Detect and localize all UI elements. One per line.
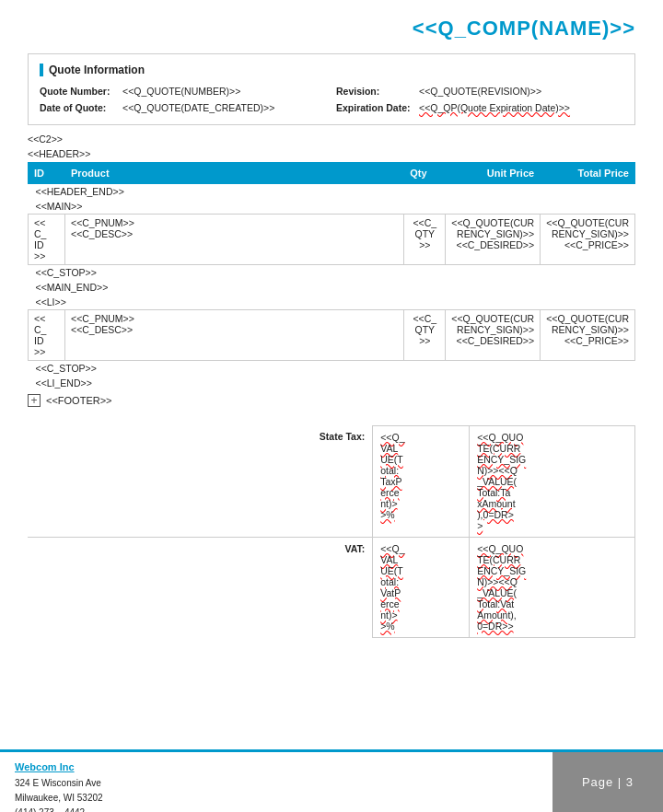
date-row: Date of Quote: <<Q_QUOTE(DATE_CREATED)>> bbox=[40, 102, 327, 113]
footer-left: Webcom Inc 324 E Wisconsin Ave Milwaukee… bbox=[0, 752, 552, 812]
col-unit-price: Unit Price bbox=[446, 162, 541, 183]
li-end-code: <<LI_END>> bbox=[29, 376, 635, 390]
quote-number-value: <<Q_QUOTE(NUMBER)>> bbox=[122, 86, 240, 97]
main-end-row: <<MAIN_END>> bbox=[29, 280, 635, 295]
row1-desc: <<C_DESC>> bbox=[71, 228, 398, 239]
table-row: << C_ ID >> <<C_PNUM>> <<C_DESC>> <<C_ Q… bbox=[29, 214, 635, 264]
section-title: Quote Information bbox=[40, 64, 623, 76]
row2-unit-price: <<Q_QUOTE(CUR RENCY_SIGN)>> <<C_DESIRED>… bbox=[446, 309, 541, 360]
footer-address2: Milwaukee, WI 53202 bbox=[15, 791, 538, 806]
expiration-row: Expiration Date: <<Q_QP(Quote Expiration… bbox=[336, 102, 623, 113]
vat-row: VAT: <<Q_ VAL UE(T otal: VatP erce nt)> … bbox=[28, 537, 635, 637]
header-end-row: <<HEADER_END>> bbox=[29, 183, 635, 199]
row1-qty: <<C_ QTY >> bbox=[404, 214, 446, 264]
row2-id: << C_ ID >> bbox=[29, 309, 65, 360]
page-header: <<Q_COMP(NAME)>> bbox=[0, 0, 663, 46]
state-tax-row: State Tax: <<Q_ VAL UE(T otal: TaxP erce… bbox=[28, 425, 635, 537]
date-label: Date of Quote: bbox=[40, 102, 122, 113]
li-end-row: <<LI_END>> bbox=[29, 376, 635, 390]
main-code-row: <<MAIN>> bbox=[29, 199, 635, 215]
col-id: ID bbox=[29, 162, 65, 183]
footer-address1: 324 E Wisconsin Ave bbox=[15, 776, 538, 791]
revision-value: <<Q_QUOTE(REVISION)>> bbox=[419, 86, 541, 97]
row2-pnum: <<C_PNUM>> bbox=[71, 313, 398, 324]
c-stop-code-1: <<C_STOP>> bbox=[29, 264, 635, 280]
footer-page-number: Page | 3 bbox=[552, 752, 663, 812]
state-tax-amount: <<Q_QUO TE(CURR ENCY_SIG N)>><<Q _VALUE(… bbox=[470, 425, 635, 537]
li-row: <<LI>> bbox=[29, 295, 635, 310]
revision-label: Revision: bbox=[336, 86, 419, 97]
vat-amount: <<Q_QUO TE(CURR ENCY_SIG N)>><<Q _VALUE(… bbox=[470, 537, 635, 637]
main-end-code: <<MAIN_END>> bbox=[29, 280, 635, 295]
header-end-code: <<HEADER_END>> bbox=[29, 183, 635, 199]
tax-vat-table: State Tax: <<Q_ VAL UE(T otal: TaxP erce… bbox=[28, 425, 635, 638]
quote-number-label: Quote Number: bbox=[40, 86, 122, 97]
quote-number-row: Quote Number: <<Q_QUOTE(NUMBER)>> bbox=[40, 86, 327, 97]
state-tax-percent: <<Q_ VAL UE(T otal: TaxP erce nt)> >% bbox=[373, 425, 470, 537]
table-row: << C_ ID >> <<C_PNUM>> <<C_DESC>> <<C_ Q… bbox=[29, 309, 635, 360]
row2-total-price: <<Q_QUOTE(CUR RENCY_SIGN)>> <<C_PRICE>> bbox=[541, 309, 635, 360]
date-value: <<Q_QUOTE(DATE_CREATED)>> bbox=[122, 102, 274, 113]
row1-pnum: <<C_PNUM>> bbox=[71, 217, 398, 228]
footer-phone: (414) 273 – 4442 bbox=[15, 806, 538, 812]
c-stop-row-2: <<C_STOP>> bbox=[29, 360, 635, 376]
li-code: <<LI>> bbox=[29, 295, 635, 310]
products-table: ID Product Qty Unit Price Total Price <<… bbox=[28, 162, 635, 390]
vat-label: VAT: bbox=[28, 537, 373, 637]
add-row-area: + <<FOOTER>> bbox=[0, 390, 663, 411]
revision-row: Revision: <<Q_QUOTE(REVISION)>> bbox=[336, 86, 623, 97]
page-footer: Webcom Inc 324 E Wisconsin Ave Milwaukee… bbox=[0, 749, 663, 812]
row2-qty: <<C_ QTY >> bbox=[404, 309, 446, 360]
footer-company: Webcom Inc bbox=[15, 760, 538, 776]
vat-percent: <<Q_ VAL UE(T otal: VatP erce nt)> >% bbox=[373, 537, 470, 637]
expiration-label: Expiration Date: bbox=[336, 102, 419, 113]
page-label: Page | 3 bbox=[582, 775, 634, 789]
row2-desc: <<C_DESC>> bbox=[71, 324, 398, 335]
state-tax-label: State Tax: bbox=[28, 425, 373, 537]
quote-information-section: Quote Information Quote Number: <<Q_QUOT… bbox=[28, 53, 635, 125]
main-code: <<MAIN>> bbox=[29, 199, 635, 215]
col-product: Product bbox=[65, 162, 404, 183]
row1-product: <<C_PNUM>> <<C_DESC>> bbox=[65, 214, 404, 264]
c-stop-code-2: <<C_STOP>> bbox=[29, 360, 635, 376]
c2-code: <<C2>> bbox=[28, 133, 635, 147]
col-total-price: Total Price bbox=[541, 162, 635, 183]
row2-product: <<C_PNUM>> <<C_DESC>> bbox=[65, 309, 404, 360]
c-stop-row-1: <<C_STOP>> bbox=[29, 264, 635, 280]
expiration-value: <<Q_QP(Quote Expiration Date)>> bbox=[419, 102, 570, 113]
table-header-row: ID Product Qty Unit Price Total Price bbox=[29, 162, 635, 183]
header-code: <<HEADER>> bbox=[28, 147, 635, 162]
add-icon[interactable]: + bbox=[28, 394, 41, 407]
row1-unit-price: <<Q_QUOTE(CUR RENCY_SIGN)>> <<C_DESIRED>… bbox=[446, 214, 541, 264]
quote-info-grid: Quote Number: <<Q_QUOTE(NUMBER)>> Revisi… bbox=[40, 86, 623, 113]
company-name-template: <<Q_COMP(NAME)>> bbox=[413, 17, 635, 40]
col-qty: Qty bbox=[404, 162, 446, 183]
row1-total-price: <<Q_QUOTE(CUR RENCY_SIGN)>> <<C_PRICE>> bbox=[541, 214, 635, 264]
footer-template-code: <<FOOTER>> bbox=[46, 395, 112, 406]
row1-id: << C_ ID >> bbox=[29, 214, 65, 264]
template-codes-area: <<C2>> <<HEADER>> bbox=[28, 133, 635, 162]
